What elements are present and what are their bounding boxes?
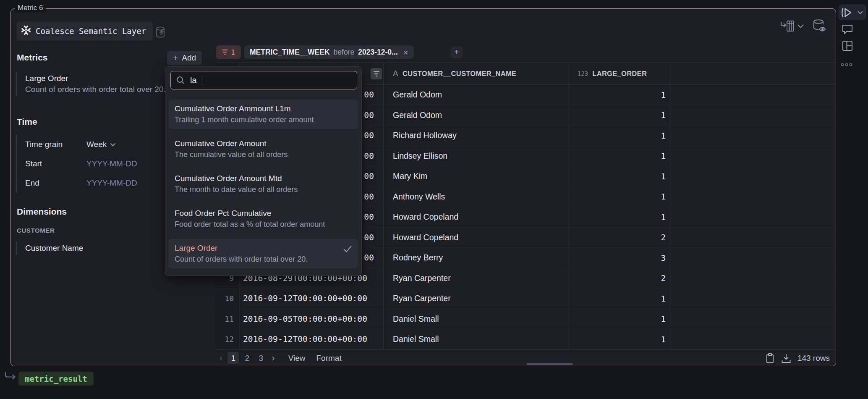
search-icon (176, 76, 185, 85)
metric-description: Count of orders with order total over 20… (25, 84, 175, 95)
coalesce-logo-icon (21, 25, 31, 37)
text-type-icon: A (393, 69, 398, 78)
option-description: Food order total as a % of total order a… (175, 219, 352, 230)
format-menu[interactable]: Format (316, 354, 342, 363)
large-order-cell: 1 (568, 166, 671, 186)
empty-cell (671, 309, 836, 329)
row-number-cell: 11 (214, 309, 240, 329)
large-order-cell: 1 (568, 309, 671, 329)
add-filter-button[interactable]: + (450, 46, 463, 58)
run-cell-button[interactable] (839, 5, 866, 20)
customer-name-cell: Mary Kim (384, 166, 568, 186)
metrics-heading: Metrics (17, 52, 48, 63)
table-footer-bar: ‹ 123 › View Format 143 rows (214, 349, 836, 366)
preview-data-icon[interactable] (812, 19, 827, 33)
customer-name-cell: Ryan Carpenter (384, 268, 568, 289)
metric-search-dropdown: la Cumulative Order Ammount L1mTrailing … (165, 66, 362, 276)
customer-name-cell: Daniel Small (384, 309, 568, 329)
dropdown-option[interactable]: Food Order Pct CumulativeFood order tota… (169, 204, 358, 234)
empty-column-header (671, 63, 836, 84)
large-order-cell: 3 (568, 248, 671, 268)
horizontal-scrollbar[interactable] (527, 363, 573, 365)
large-order-cell: 1 (568, 126, 671, 146)
layout-panels-icon[interactable] (842, 40, 853, 53)
dropdown-option[interactable]: Large OrderCount of orders with order to… (169, 239, 358, 268)
run-icon (839, 6, 854, 19)
large-order-cell: 2 (568, 268, 671, 289)
remove-filter-icon[interactable]: × (403, 48, 408, 57)
column-header-customer-name[interactable]: A CUSTOMER__CUSTOMER_NAME (384, 63, 568, 84)
add-metric-button[interactable]: + Add (167, 51, 202, 65)
customer-name-cell: Howard Copeland (384, 207, 568, 227)
dimension-group-label: CUSTOMER (17, 227, 55, 234)
table-row: 102016-09-12T00:00:00+00:00Ryan Carpente… (214, 289, 836, 309)
checkmark-icon (343, 244, 352, 254)
search-input[interactable]: la (170, 71, 357, 89)
dimension-list-item[interactable]: Customer Name (16, 242, 83, 255)
option-title: Cumulative Order Amount (175, 138, 352, 149)
dimension-name: Customer Name (25, 243, 83, 254)
search-query: la (190, 76, 197, 85)
component-title: Coalesce Semantic Layer (36, 26, 146, 36)
table-row: 122016-09-12T00:00:00+00:00Daniel Small1 (214, 329, 836, 350)
filter-value: 2023-12-0... (358, 48, 397, 57)
download-icon[interactable] (781, 353, 791, 364)
page-button[interactable]: 3 (255, 352, 267, 364)
text-cursor (202, 75, 203, 85)
metric-time-week-cell: 2016-09-12T00:00:00+00:00 (240, 289, 384, 309)
plus-icon: + (173, 53, 178, 62)
component-title-pill: Coalesce Semantic Layer (16, 21, 153, 41)
dropdown-options: Cumulative Order Ammount L1mTrailing 1 m… (169, 100, 358, 274)
metric-list-item[interactable]: Large Order Count of orders with order t… (16, 72, 175, 96)
metric-time-week-cell: 2016-09-05T00:00:00+00:00 (240, 309, 384, 329)
row-number-cell: 12 (214, 329, 240, 349)
run-options-chevron-icon[interactable] (857, 10, 863, 15)
insert-into-table-icon[interactable] (780, 20, 795, 32)
metric-name: Large Order (25, 73, 175, 84)
page-button[interactable]: 2 (241, 352, 253, 364)
customer-name-cell: Howard Copeland (384, 228, 568, 248)
filter-operator: before (334, 48, 355, 57)
comment-icon[interactable] (842, 24, 853, 37)
view-menu[interactable]: View (288, 354, 306, 363)
edit-source-icon[interactable] (155, 26, 167, 40)
empty-cell (671, 207, 836, 227)
customer-name-cell: Rodney Berry (384, 248, 568, 268)
column-header-large-order[interactable]: 123 LARGE_ORDER (568, 63, 671, 84)
column-filter-button[interactable] (371, 68, 382, 79)
divider (856, 8, 856, 17)
filter-icon (374, 70, 379, 78)
end-label: End (25, 178, 86, 188)
start-date-input[interactable]: YYYY-MM-DD (86, 159, 137, 168)
option-title: Cumulative Order Amount Mtd (175, 173, 352, 184)
end-date-input[interactable]: YYYY-MM-DD (86, 178, 137, 188)
dropdown-option[interactable]: Cumulative Order Amount MtdThe month to … (169, 169, 358, 199)
time-grain-label: Time grain (25, 140, 86, 149)
dropdown-option[interactable]: Cumulative Order Ammount L1mTrailing 1 m… (169, 100, 358, 129)
chevron-down-icon[interactable] (797, 24, 804, 29)
page-button[interactable]: 1 (227, 352, 239, 364)
option-title: Large Order (175, 243, 352, 254)
page-buttons: 123 (227, 352, 267, 364)
large-order-cell: 1 (568, 105, 671, 126)
time-grain-select[interactable]: Week (86, 140, 116, 149)
output-variable-pill[interactable]: metric_result (18, 372, 94, 386)
copy-to-clipboard-icon[interactable] (765, 353, 775, 364)
option-title: Cumulative Order Ammount L1m (175, 103, 352, 114)
time-heading: Time (17, 117, 37, 127)
table-row: 112016-09-05T00:00:00+00:00Daniel Small1 (214, 309, 836, 330)
more-options-icon[interactable] (841, 61, 852, 68)
empty-cell (671, 166, 836, 186)
filter-chip[interactable]: METRIC_TIME__WEEK before 2023-12-0... × (244, 45, 414, 59)
filter-count-badge[interactable]: 1 (216, 45, 241, 59)
option-description: The month to date value of all orders (175, 184, 352, 195)
number-type-icon: 123 (578, 70, 588, 77)
large-order-cell: 1 (568, 207, 671, 227)
chevron-down-icon (110, 143, 116, 147)
prev-page-icon[interactable]: ‹ (217, 353, 225, 364)
output-arrow-icon (4, 371, 17, 385)
dropdown-option[interactable]: Cumulative Order AmountThe cumulative va… (169, 134, 358, 164)
next-page-icon[interactable]: › (269, 353, 277, 364)
time-grain-row: Time grain Week (25, 135, 137, 154)
empty-cell (671, 248, 836, 268)
